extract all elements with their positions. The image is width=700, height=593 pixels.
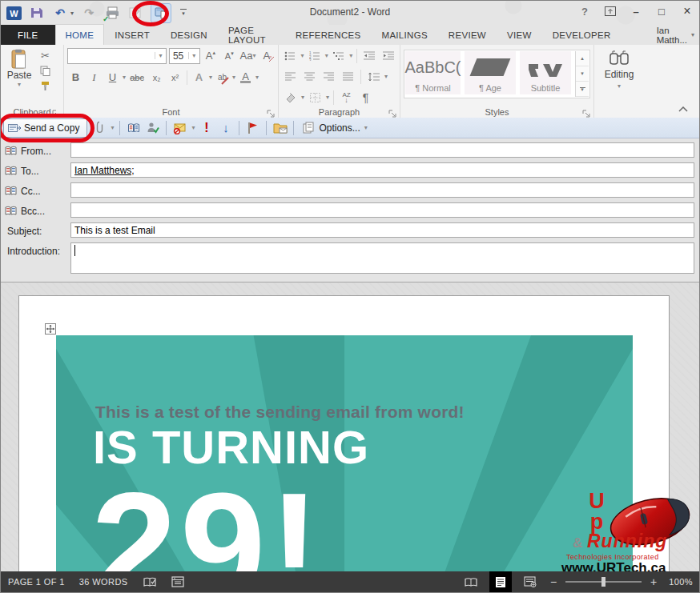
from-field[interactable] xyxy=(70,142,694,158)
attach-dropdown[interactable]: ▾ xyxy=(111,124,114,131)
tab-insert[interactable]: INSERT xyxy=(104,25,160,45)
check-names-button[interactable] xyxy=(145,120,160,135)
send-a-copy-button[interactable]: Send a Copy xyxy=(3,118,87,138)
superscript-button[interactable]: x² xyxy=(167,69,183,86)
show-hide-pilcrow-button[interactable]: ¶ xyxy=(357,89,374,106)
styles-scroll-up[interactable]: ▴ xyxy=(576,51,589,66)
align-center-button[interactable] xyxy=(301,68,318,85)
follow-up-flag-button[interactable] xyxy=(245,120,260,135)
copy-button[interactable] xyxy=(37,64,54,77)
low-importance-button[interactable]: ↓ xyxy=(218,120,233,135)
grow-font-button[interactable]: A▴ xyxy=(203,47,219,64)
font-name-combo[interactable]: ▾ xyxy=(67,48,167,64)
line-spacing-button[interactable] xyxy=(365,68,382,85)
tab-design[interactable]: DESIGN xyxy=(160,25,218,45)
align-right-button[interactable] xyxy=(320,68,337,85)
collapse-ribbon-button[interactable] xyxy=(678,101,688,115)
underline-button[interactable]: U xyxy=(104,69,121,86)
to-button[interactable]: To... xyxy=(5,163,39,178)
permission-dropdown[interactable]: ▾ xyxy=(191,124,195,131)
style-normal[interactable]: AaBbC( ¶ Normal xyxy=(405,51,461,94)
styles-scroll-down[interactable]: ▾ xyxy=(576,66,589,82)
tab-review[interactable]: REVIEW xyxy=(438,25,497,45)
tab-view[interactable]: VIEW xyxy=(497,25,542,45)
decrease-indent-button[interactable] xyxy=(361,47,377,64)
close-button[interactable]: × xyxy=(680,4,694,18)
high-importance-button[interactable]: ! xyxy=(199,120,214,135)
highlight-button[interactable]: ab xyxy=(214,69,231,86)
shading-button[interactable] xyxy=(282,89,299,106)
print-layout-button[interactable] xyxy=(489,571,512,592)
bold-button[interactable]: B xyxy=(67,69,84,86)
tab-mailings[interactable]: MAILINGS xyxy=(372,25,438,45)
from-button[interactable]: From... xyxy=(5,143,51,158)
macro-recorder-icon[interactable] xyxy=(171,576,184,587)
address-book-button[interactable] xyxy=(126,120,141,135)
underline-dropdown[interactable]: ▾ xyxy=(123,74,126,81)
account-menu[interactable]: Ian Matth... ▾ xyxy=(652,25,699,45)
clipboard-dialog-launcher[interactable] xyxy=(52,107,61,116)
read-mode-button[interactable] xyxy=(460,571,482,592)
web-layout-button[interactable] xyxy=(519,571,541,592)
subscript-button[interactable]: x₂ xyxy=(148,69,165,86)
text-effects-dropdown[interactable]: ▾ xyxy=(209,74,212,81)
save-sent-item-button[interactable] xyxy=(272,120,288,135)
minimize-button[interactable]: – xyxy=(629,4,643,18)
borders-button[interactable] xyxy=(307,89,324,106)
bullets-button[interactable] xyxy=(282,47,298,64)
to-field[interactable]: Ian Matthews; xyxy=(70,162,694,178)
italic-button[interactable]: I xyxy=(86,69,103,86)
numbering-button[interactable]: 123 xyxy=(306,47,322,64)
zoom-slider-thumb[interactable] xyxy=(601,577,605,587)
zoom-in-button[interactable]: + xyxy=(649,575,658,588)
tab-developer[interactable]: DEVELOPER xyxy=(542,25,622,45)
ribbon-display-options-button[interactable] xyxy=(603,4,618,18)
font-color-dropdown[interactable]: ▾ xyxy=(255,74,259,81)
tab-home[interactable]: HOME xyxy=(55,24,105,45)
styles-more-button[interactable]: ▾ xyxy=(576,82,589,97)
font-dialog-launcher[interactable] xyxy=(267,107,276,116)
attach-file-button[interactable] xyxy=(91,120,107,135)
justify-button[interactable] xyxy=(340,68,356,85)
editing-menu-button[interactable]: Editing ▾ xyxy=(597,47,641,90)
help-button[interactable]: ? xyxy=(577,4,592,18)
sort-button[interactable]: AZ↓ xyxy=(338,89,355,106)
font-size-combo[interactable]: 55▾ xyxy=(169,48,200,64)
strikethrough-button[interactable]: abc xyxy=(127,69,147,86)
tab-references[interactable]: REFERENCES xyxy=(285,25,372,45)
text-effects-button[interactable]: A xyxy=(191,69,207,86)
style-subtitle[interactable]: Subtitle xyxy=(520,51,571,94)
table-move-handle[interactable] xyxy=(45,323,56,335)
bcc-field[interactable] xyxy=(70,202,694,218)
permission-button[interactable] xyxy=(172,120,187,135)
format-painter-button[interactable] xyxy=(37,79,54,92)
options-button[interactable]: Options... ▾ xyxy=(300,122,370,134)
shrink-font-button[interactable]: A▾ xyxy=(221,47,237,64)
maximize-button[interactable]: □ xyxy=(654,4,669,18)
tab-file[interactable]: FILE xyxy=(1,25,55,45)
paragraph-dialog-launcher[interactable] xyxy=(388,107,397,116)
increase-indent-button[interactable] xyxy=(380,47,396,64)
subject-field[interactable]: This is a test Email xyxy=(70,222,694,238)
introduction-field[interactable] xyxy=(70,242,694,274)
styles-dialog-launcher[interactable] xyxy=(582,107,591,116)
cc-button[interactable]: Cc... xyxy=(5,183,41,198)
zoom-level[interactable]: 100% xyxy=(669,577,693,587)
zoom-out-button[interactable]: − xyxy=(549,575,558,588)
cc-field[interactable] xyxy=(70,182,694,198)
clear-formatting-button[interactable]: A xyxy=(259,47,275,64)
bcc-button[interactable]: Bcc... xyxy=(5,203,45,218)
align-left-button[interactable] xyxy=(282,68,299,85)
proofing-status-icon[interactable] xyxy=(143,576,157,588)
cut-button[interactable]: ✂ xyxy=(37,49,54,62)
font-color-button[interactable]: A xyxy=(237,69,254,86)
word-count[interactable]: 36 WORDS xyxy=(79,577,128,587)
tab-page-layout[interactable]: PAGE LAYOUT xyxy=(218,25,285,45)
multilevel-list-button[interactable] xyxy=(331,47,347,64)
zoom-slider[interactable] xyxy=(565,581,642,583)
highlight-dropdown[interactable]: ▾ xyxy=(232,74,235,81)
paste-button[interactable]: Paste ▾ xyxy=(4,47,34,92)
change-case-button[interactable]: Aa▾ xyxy=(239,47,255,64)
style-age[interactable]: ¶ Age xyxy=(465,51,516,94)
page-count[interactable]: PAGE 1 OF 1 xyxy=(8,577,65,587)
